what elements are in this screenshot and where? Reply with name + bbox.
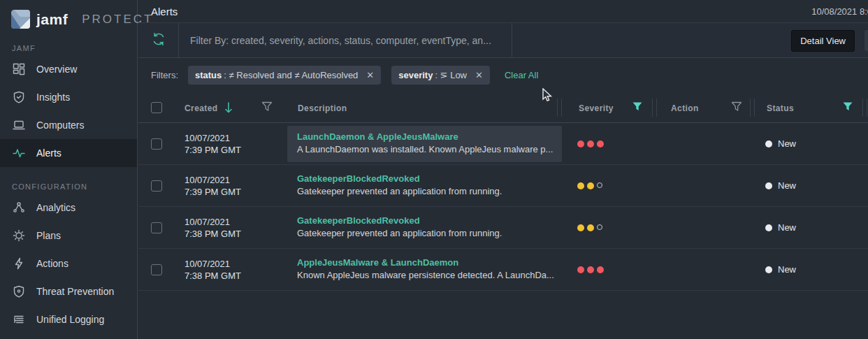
sidebar-item-label: Threat Prevention xyxy=(36,286,114,297)
refresh-button[interactable] xyxy=(138,23,179,57)
page-header: Alerts 10/08/2021 8:0 xyxy=(138,0,868,23)
detail-view-button[interactable]: Detail View xyxy=(791,30,855,52)
status-dot-icon xyxy=(765,224,772,231)
column-divider[interactable] xyxy=(652,99,653,117)
description-cell: GatekeeperBlockedRevoked Gatekeeper prev… xyxy=(297,215,502,240)
created-cell: 10/07/20217:38 PM GMT xyxy=(185,258,241,282)
filter-chip-severity[interactable]: severity : ⋝ Low ✕ xyxy=(391,66,490,85)
alert-description: A LaunchDaemon was installed. Known Appl… xyxy=(297,143,553,156)
sort-desc-icon[interactable] xyxy=(224,101,233,116)
filter-input[interactable] xyxy=(179,35,512,46)
column-divider[interactable] xyxy=(754,99,755,117)
sidebar-item-plans[interactable]: Plans xyxy=(0,222,137,250)
clipped-button-edge[interactable] xyxy=(865,30,868,51)
sidebar-item-label: Insights xyxy=(36,92,70,103)
sidebar: jamf PROTECT JAMF Overview Insights Comp… xyxy=(0,0,138,339)
created-cell: 10/07/20217:39 PM GMT xyxy=(185,174,241,198)
row-checkbox[interactable] xyxy=(151,264,162,275)
grid-icon xyxy=(12,62,26,76)
log-lines-icon xyxy=(12,312,26,326)
status-label: New xyxy=(778,222,796,233)
description-cell: AppleJeusMalware & LaunchDaemon Known Ap… xyxy=(297,257,554,282)
status-cell: New xyxy=(765,264,796,275)
alert-title-link[interactable]: GatekeeperBlockedRevoked xyxy=(297,173,502,185)
sidebar-section-configuration: CONFIGURATION xyxy=(0,167,137,194)
chip-close-icon[interactable]: ✕ xyxy=(366,70,374,80)
filters-label: Filters: xyxy=(151,70,178,80)
alert-title-link[interactable]: LaunchDaemon & AppleJeusMalware xyxy=(297,131,553,143)
jamf-logo-icon xyxy=(11,10,30,29)
sun-gear-icon xyxy=(12,229,26,243)
created-filter-icon[interactable] xyxy=(261,101,273,114)
status-cell: New xyxy=(765,180,796,191)
status-label: New xyxy=(778,138,796,149)
column-divider[interactable] xyxy=(867,99,867,117)
column-header-severity[interactable]: Severity xyxy=(579,103,614,113)
severity-dots xyxy=(577,224,602,231)
laptop-icon xyxy=(12,118,26,132)
table-row[interactable]: 10/07/20217:38 PM GMT GatekeeperBlockedR… xyxy=(138,207,868,249)
sidebar-item-analytics[interactable]: Analytics xyxy=(0,194,137,222)
row-checkbox[interactable] xyxy=(151,222,162,233)
description-cell: GatekeeperBlockedRevoked Gatekeeper prev… xyxy=(297,173,502,198)
shield-check-icon xyxy=(12,90,26,104)
status-label: New xyxy=(778,180,796,191)
chip-key: status xyxy=(195,70,222,80)
table-row[interactable]: 10/07/20217:39 PM GMT LaunchDaemon & App… xyxy=(138,123,868,165)
filter-chip-status[interactable]: status : ≠ Resolved and ≠ AutoResolved ✕ xyxy=(188,66,381,85)
chip-condition: : ⋝ Low xyxy=(435,70,467,80)
column-divider[interactable] xyxy=(557,99,558,117)
sidebar-item-actions[interactable]: Actions xyxy=(0,250,137,277)
column-header-description[interactable]: Description xyxy=(298,103,347,113)
severity-dots xyxy=(577,182,602,189)
column-header-action[interactable]: Action xyxy=(671,103,699,113)
column-header-created[interactable]: Created xyxy=(185,103,217,113)
sidebar-item-administrative[interactable]: Administrative xyxy=(0,333,137,339)
sidebar-section-jamf: JAMF xyxy=(0,29,137,55)
page-title: Alerts xyxy=(151,6,178,17)
filter-bar: Detail View xyxy=(138,23,868,58)
table-row[interactable]: 10/07/20217:39 PM GMT GatekeeperBlockedR… xyxy=(138,165,868,207)
active-filters-row: Filters: status : ≠ Resolved and ≠ AutoR… xyxy=(138,58,868,92)
sidebar-item-label: Analytics xyxy=(36,202,75,213)
sidebar-item-overview[interactable]: Overview xyxy=(0,55,137,83)
sidebar-item-insights[interactable]: Insights xyxy=(0,83,137,111)
status-dot-icon xyxy=(765,140,772,147)
alerts-table-body: 10/07/20217:39 PM GMT LaunchDaemon & App… xyxy=(138,123,868,291)
column-header-status[interactable]: Status xyxy=(767,103,794,113)
status-dot-icon xyxy=(765,182,772,189)
column-divider[interactable] xyxy=(656,99,657,117)
clear-all-link[interactable]: Clear All xyxy=(505,70,538,80)
chip-key: severity xyxy=(398,70,433,80)
alert-description: Gatekeeper prevented an application from… xyxy=(297,227,502,240)
severity-dots xyxy=(577,266,604,273)
column-divider[interactable] xyxy=(862,99,863,117)
refresh-icon xyxy=(151,31,166,49)
sidebar-item-label: Actions xyxy=(36,258,68,269)
row-checkbox[interactable] xyxy=(151,138,162,150)
severity-filter-icon[interactable] xyxy=(632,101,643,114)
sidebar-item-alerts[interactable]: Alerts xyxy=(0,139,137,167)
brand-logo[interactable]: jamf PROTECT xyxy=(0,0,137,29)
status-label: New xyxy=(778,264,796,275)
action-filter-icon[interactable] xyxy=(731,101,742,114)
select-all-checkbox[interactable] xyxy=(151,102,162,113)
alert-description: Gatekeeper prevented an application from… xyxy=(297,185,502,198)
table-row[interactable]: 10/07/20217:38 PM GMT AppleJeusMalware &… xyxy=(138,249,868,291)
column-divider[interactable] xyxy=(750,99,751,117)
sidebar-item-label: Unified Logging xyxy=(36,314,104,325)
chip-close-icon[interactable]: ✕ xyxy=(475,70,483,80)
column-divider[interactable] xyxy=(561,99,562,117)
alert-title-link[interactable]: GatekeeperBlockedRevoked xyxy=(297,215,502,227)
sidebar-item-threat-prevention[interactable]: Threat Prevention xyxy=(0,277,137,305)
sidebar-item-computers[interactable]: Computers xyxy=(0,111,137,139)
sidebar-item-unified-logging[interactable]: Unified Logging xyxy=(0,305,137,333)
shield-dot-icon xyxy=(12,284,26,298)
sidebar-item-label: Overview xyxy=(36,64,77,75)
alert-title-link[interactable]: AppleJeusMalware & LaunchDaemon xyxy=(297,257,554,269)
sidebar-item-label: Plans xyxy=(36,230,61,241)
created-cell: 10/07/20217:39 PM GMT xyxy=(185,132,241,156)
status-filter-icon[interactable] xyxy=(842,101,853,114)
row-checkbox[interactable] xyxy=(151,180,162,192)
chip-condition: : ≠ Resolved and ≠ AutoResolved xyxy=(224,70,358,80)
